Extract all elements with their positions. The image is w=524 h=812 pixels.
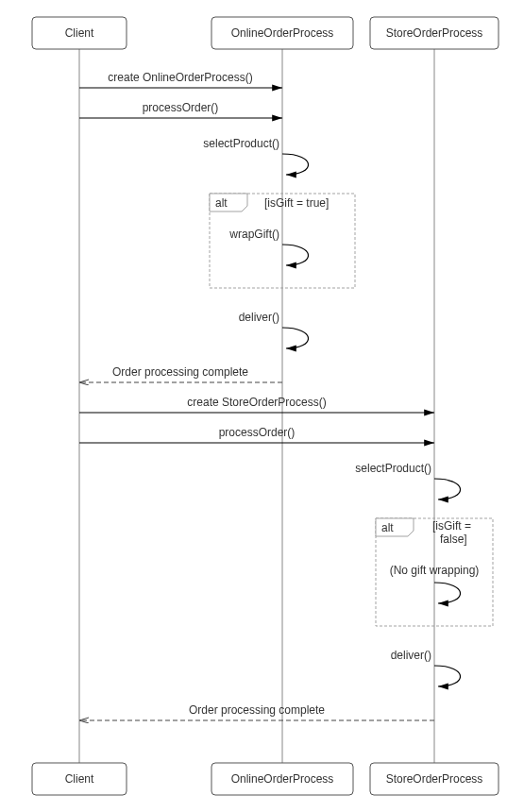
msg-deliver-online — [282, 328, 309, 348]
alt-guard-online: [isGift = true] — [264, 196, 329, 210]
msg-select-product-store-label: selectProduct() — [355, 462, 431, 475]
msg-order-complete-store-label: Order processing complete — [189, 703, 325, 717]
msg-select-product-online — [282, 154, 309, 175]
participant-label: OnlineOrderProcess — [231, 26, 334, 40]
participant-label: Client — [65, 26, 94, 40]
msg-no-gift-label: (No gift wrapping) — [390, 564, 480, 577]
msg-wrap-gift — [282, 245, 309, 265]
msg-process-order-online-label: processOrder() — [143, 101, 219, 114]
msg-select-product-store — [434, 479, 461, 499]
msg-order-complete-online-label: Order processing complete — [112, 365, 248, 379]
alt-guard-store-line1: [isGift = — [432, 519, 471, 533]
participant-label: StoreOrderProcess — [386, 772, 483, 786]
participant-label: StoreOrderProcess — [386, 26, 483, 40]
msg-deliver-store — [434, 666, 461, 686]
msg-deliver-online-label: deliver() — [239, 311, 279, 324]
msg-wrap-gift-label: wrapGift() — [228, 228, 279, 241]
msg-select-product-online-label: selectProduct() — [203, 137, 279, 150]
msg-process-order-store-label: processOrder() — [219, 426, 296, 439]
msg-no-gift — [434, 583, 461, 603]
msg-create-online-label: create OnlineOrderProcess() — [108, 71, 252, 84]
sequence-diagram: Client OnlineOrderProcess StoreOrderProc… — [0, 0, 524, 812]
participant-label: OnlineOrderProcess — [231, 772, 334, 786]
msg-deliver-store-label: deliver() — [391, 649, 431, 662]
alt-label: alt — [215, 196, 228, 210]
participant-label: Client — [65, 772, 94, 786]
alt-guard-store-line2: false] — [440, 533, 467, 546]
msg-create-store-label: create StoreOrderProcess() — [187, 396, 326, 409]
alt-label: alt — [381, 521, 394, 534]
